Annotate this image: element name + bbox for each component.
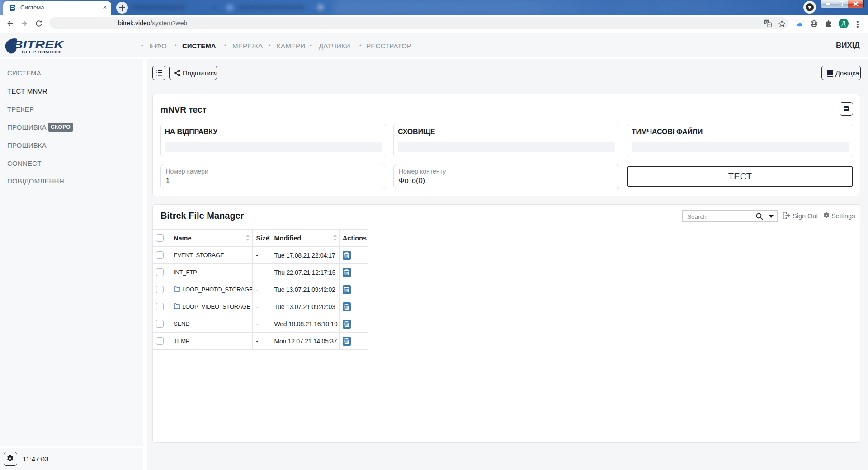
svg-text:KEEP CONTROL: KEEP CONTROL xyxy=(22,49,63,54)
svg-text:BITREK: BITREK xyxy=(13,38,65,51)
